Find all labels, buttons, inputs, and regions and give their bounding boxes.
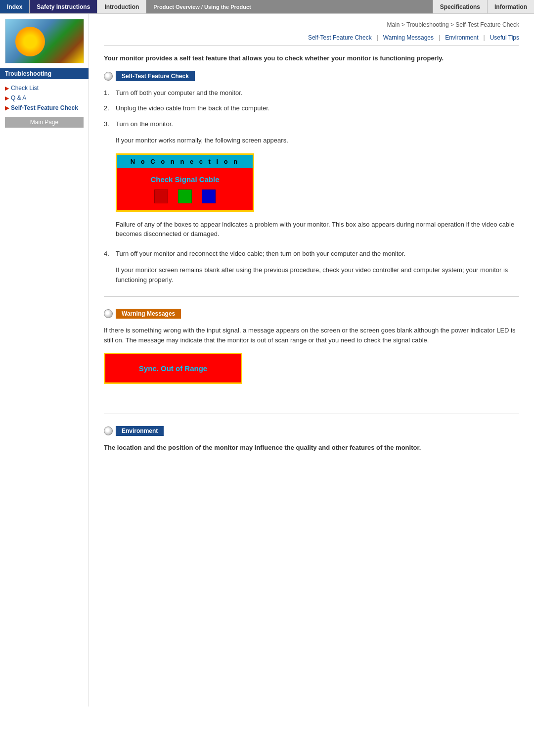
nav-item-index[interactable]: Index bbox=[0, 0, 30, 13]
color-boxes bbox=[122, 189, 248, 203]
sidebar-item-checklist[interactable]: ▶ Check List bbox=[0, 83, 89, 93]
section-icon-warning bbox=[104, 309, 113, 318]
section-divider-1 bbox=[104, 296, 519, 297]
color-box-green bbox=[178, 189, 192, 203]
nav-bar: Index Safety Instructions Introduction P… bbox=[0, 0, 534, 14]
sidebar: Troubleshooting ▶ Check List ▶ Q & A ▶ S… bbox=[0, 14, 89, 707]
nav-item-product[interactable]: Product Overview / Using the Product bbox=[146, 0, 433, 13]
warning-intro-text: If there is something wrong with the inp… bbox=[104, 326, 519, 345]
tab-links: Self-Test Feature Check | Warning Messag… bbox=[104, 34, 519, 46]
environment-section-header: Environment bbox=[104, 426, 519, 436]
sync-out-text: Sync. Out of Range bbox=[110, 364, 236, 373]
no-connection-title: N o C o n n e c t i o n bbox=[117, 155, 253, 168]
nav-item-safety[interactable]: Safety Instructions bbox=[30, 0, 97, 13]
sidebar-image bbox=[5, 19, 84, 63]
step-1: 1. Turn off both your computer and the m… bbox=[104, 88, 519, 98]
after-step3-text: If your monitor works normally, the foll… bbox=[116, 136, 519, 145]
section-divider-2 bbox=[104, 414, 519, 414]
content-area: Main > Troubleshooting > Self-Test Featu… bbox=[89, 14, 534, 707]
steps-list-2: 4. Turn off your monitor and reconnect t… bbox=[104, 249, 519, 259]
arrow-icon: ▶ bbox=[5, 85, 9, 92]
nav-item-specs[interactable]: Specifications bbox=[433, 0, 488, 13]
arrow-icon: ▶ bbox=[5, 105, 9, 111]
nav-item-info[interactable]: Information bbox=[488, 0, 534, 13]
environment-badge: Environment bbox=[116, 426, 164, 436]
step-4: 4. Turn off your monitor and reconnect t… bbox=[104, 249, 519, 259]
sidebar-section-label: Troubleshooting bbox=[0, 68, 89, 79]
tab-warning[interactable]: Warning Messages bbox=[383, 34, 434, 41]
arrow-icon: ▶ bbox=[5, 95, 9, 101]
after-step4-text: If your monitor screen remains blank aft… bbox=[116, 265, 519, 284]
check-signal-text: Check Signal Cable bbox=[122, 175, 248, 184]
nav-item-intro[interactable]: Introduction bbox=[97, 0, 146, 13]
section-icon bbox=[104, 72, 113, 81]
color-box-red bbox=[154, 189, 168, 203]
intro-text: Your monitor provides a self test featur… bbox=[104, 53, 519, 63]
self-test-section-header: Self-Test Feature Check bbox=[104, 71, 519, 81]
no-connection-box: N o C o n n e c t i o n Check Signal Cab… bbox=[116, 153, 254, 212]
steps-list: 1. Turn off both your computer and the m… bbox=[104, 88, 519, 129]
sync-box-body: Sync. Out of Range bbox=[105, 354, 241, 382]
tab-environment[interactable]: Environment bbox=[445, 34, 478, 41]
failure-text: Failure of any of the boxes to appear in… bbox=[116, 220, 519, 239]
tab-selftest[interactable]: Self-Test Feature Check bbox=[308, 34, 372, 41]
step-3: 3. Turn on the monitor. bbox=[104, 119, 519, 129]
warning-section-header: Warning Messages bbox=[104, 309, 519, 319]
main-page-button[interactable]: Main Page bbox=[5, 117, 84, 128]
sidebar-item-selftest[interactable]: ▶ Self-Test Feature Check bbox=[0, 103, 89, 113]
sidebar-item-qa[interactable]: ▶ Q & A bbox=[0, 93, 89, 103]
no-connection-body: Check Signal Cable bbox=[117, 168, 253, 210]
environment-text: The location and the position of the mon… bbox=[104, 443, 519, 453]
flower-image bbox=[15, 27, 45, 56]
section-icon-env bbox=[104, 426, 113, 435]
breadcrumb: Main > Troubleshooting > Self-Test Featu… bbox=[104, 21, 519, 28]
warning-badge: Warning Messages bbox=[116, 309, 181, 319]
main-layout: Troubleshooting ▶ Check List ▶ Q & A ▶ S… bbox=[0, 14, 534, 707]
color-box-blue bbox=[202, 189, 216, 203]
self-test-badge: Self-Test Feature Check bbox=[116, 71, 195, 81]
step-2: 2. Unplug the video cable from the back … bbox=[104, 103, 519, 113]
sync-box: Sync. Out of Range bbox=[104, 353, 242, 384]
tab-usefultips[interactable]: Useful Tips bbox=[490, 34, 519, 41]
